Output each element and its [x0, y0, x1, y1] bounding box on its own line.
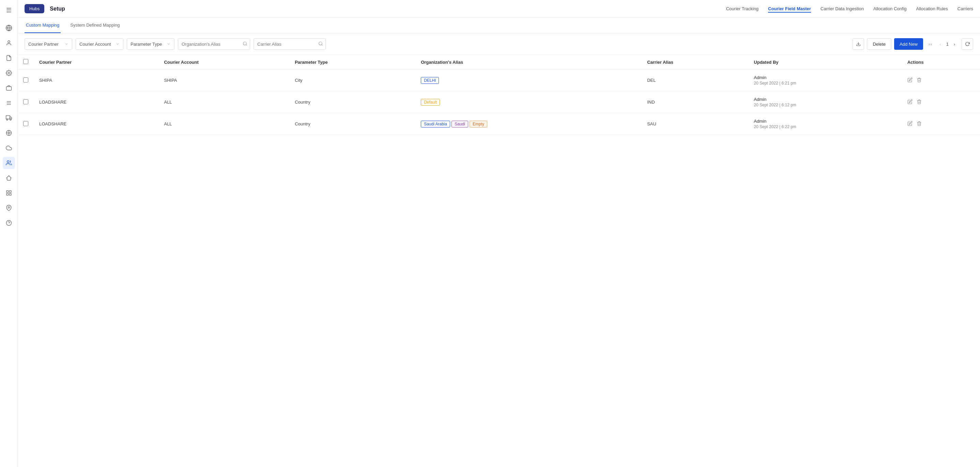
edit-icon[interactable] [907, 99, 913, 105]
row-actions [902, 113, 980, 135]
svg-marker-8 [10, 117, 11, 119]
page-title: Setup [50, 6, 65, 12]
courier-partner-filter[interactable]: Courier Partner [24, 38, 72, 50]
svg-rect-3 [6, 86, 11, 90]
filter-bar: Courier Partner Courier Account Paramete… [18, 33, 980, 55]
svg-point-10 [10, 119, 11, 120]
menu-icon[interactable]: ☰ [3, 4, 15, 16]
row-courier-account: SHIPA [158, 70, 289, 91]
nav-courier-tracking[interactable]: Courier Tracking [726, 5, 759, 13]
row-checkbox-cell[interactable] [18, 113, 34, 135]
row-parameter-type: Country [289, 113, 415, 135]
globe-icon[interactable] [3, 22, 15, 34]
nav-courier-field-master[interactable]: Courier Field Master [768, 5, 811, 13]
row-updated-by: Admin 20 Sept 2022 | 6:21 pm [748, 70, 902, 91]
hubs-tooltip: Hubs [24, 4, 44, 13]
briefcase-icon[interactable] [3, 82, 15, 94]
col-header-updated-by: Updated By [748, 55, 902, 70]
main-content: Hubs Setup Courier Tracking Courier Fiel… [18, 0, 980, 467]
row-checkbox[interactable] [23, 99, 28, 104]
row-carrier-alias: IND [642, 91, 748, 113]
col-header-courier-account: Courier Account [158, 55, 289, 70]
hubs-badge[interactable]: Hubs [24, 4, 44, 13]
download-button[interactable] [853, 38, 864, 50]
row-checkbox[interactable] [23, 77, 28, 83]
carrier-alias-search-icon[interactable] [318, 41, 323, 47]
svg-point-25 [243, 41, 247, 45]
gear-icon[interactable] [3, 67, 15, 79]
svg-point-2 [8, 72, 10, 74]
truck-icon[interactable] [3, 112, 15, 124]
delivery-icon[interactable] [3, 172, 15, 184]
nav-carrier-data-ingestion[interactable]: Carrier Data Ingestion [821, 5, 864, 13]
add-new-button[interactable]: Add New [894, 38, 923, 50]
next-page-button[interactable]: › [950, 40, 959, 48]
delete-row-icon[interactable] [916, 77, 922, 83]
row-parameter-type: City [289, 70, 415, 91]
col-header-courier-partner: Courier Partner [34, 55, 158, 70]
top-nav: Courier Tracking Courier Field Master Ca… [726, 5, 973, 13]
grid-icon[interactable] [3, 187, 15, 199]
steering-icon[interactable] [3, 127, 15, 139]
row-carrier-alias: DEL [642, 70, 748, 91]
row-courier-partner: LOADSHARE [34, 113, 158, 135]
nav-carriers[interactable]: Carriers [958, 5, 973, 13]
table-row: LOADSHARE ALL Country Default IND Admin … [18, 91, 980, 113]
delete-row-icon[interactable] [916, 121, 922, 127]
org-alias-tag: Saudi [452, 121, 468, 128]
row-courier-account: ALL [158, 91, 289, 113]
edit-icon[interactable] [907, 121, 913, 127]
support-icon[interactable] [3, 217, 15, 229]
edit-icon[interactable] [907, 77, 913, 83]
row-carrier-alias: SAU [642, 113, 748, 135]
svg-point-12 [8, 132, 10, 134]
svg-point-27 [319, 41, 322, 45]
svg-rect-18 [6, 191, 8, 192]
tab-custom-mapping[interactable]: Custom Mapping [24, 18, 60, 33]
prev-page-button[interactable]: ‹ [936, 40, 945, 48]
select-all-checkbox[interactable] [23, 59, 28, 64]
col-header-actions: Actions [902, 55, 980, 70]
courier-account-filter[interactable]: Courier Account [76, 38, 123, 50]
user-icon[interactable] [3, 37, 15, 49]
document-icon[interactable] [3, 52, 15, 64]
refresh-button[interactable] [962, 38, 973, 50]
parameter-type-filter[interactable]: Parameter Type [127, 38, 175, 50]
table-wrap: Courier Partner Courier Account Paramete… [18, 55, 980, 135]
content-area: Custom Mapping System Defined Mapping Co… [18, 18, 980, 467]
svg-line-26 [246, 44, 247, 45]
row-org-alias: Default [415, 91, 642, 113]
settings2-icon[interactable] [3, 97, 15, 109]
row-updated-by: Admin 20 Sept 2022 | 6:22 pm [748, 113, 902, 135]
carrier-alias-input[interactable] [253, 38, 326, 50]
svg-point-17 [7, 161, 9, 163]
first-page-button[interactable]: ⏮ [926, 40, 935, 48]
row-org-alias: Saudi ArabiaSaudiEmpty [415, 113, 642, 135]
nav-allocation-config[interactable]: Allocation Config [873, 5, 907, 13]
delete-button[interactable]: Delete [867, 38, 891, 50]
cloud-icon[interactable] [3, 142, 15, 154]
tabs-bar: Custom Mapping System Defined Mapping [18, 18, 980, 33]
row-updated-by: Admin 20 Sept 2022 | 6:12 pm [748, 91, 902, 113]
row-courier-partner: SHIPA [34, 70, 158, 91]
org-alias-filter-wrap [178, 38, 250, 50]
table-body: SHIPA SHIPA City DELHI DEL Admin 20 Sept… [18, 70, 980, 135]
org-alias-search-icon[interactable] [243, 41, 247, 47]
tab-system-defined-mapping[interactable]: System Defined Mapping [69, 18, 121, 33]
row-org-alias: DELHI [415, 70, 642, 91]
svg-rect-19 [9, 191, 11, 192]
delete-row-icon[interactable] [916, 99, 922, 105]
select-all-header[interactable] [18, 55, 34, 70]
pin-icon[interactable] [3, 202, 15, 214]
nav-allocation-rules[interactable]: Allocation Rules [916, 5, 948, 13]
current-page: 1 [946, 41, 949, 47]
org-alias-input[interactable] [178, 38, 250, 50]
row-checkbox-cell[interactable] [18, 70, 34, 91]
svg-line-28 [322, 44, 323, 45]
row-checkbox[interactable] [23, 121, 28, 126]
svg-rect-21 [9, 194, 11, 195]
row-checkbox-cell[interactable] [18, 91, 34, 113]
row-courier-partner: LOADSHARE [34, 91, 158, 113]
org-alias-tag: Default [421, 99, 440, 106]
people-icon[interactable] [3, 157, 15, 169]
